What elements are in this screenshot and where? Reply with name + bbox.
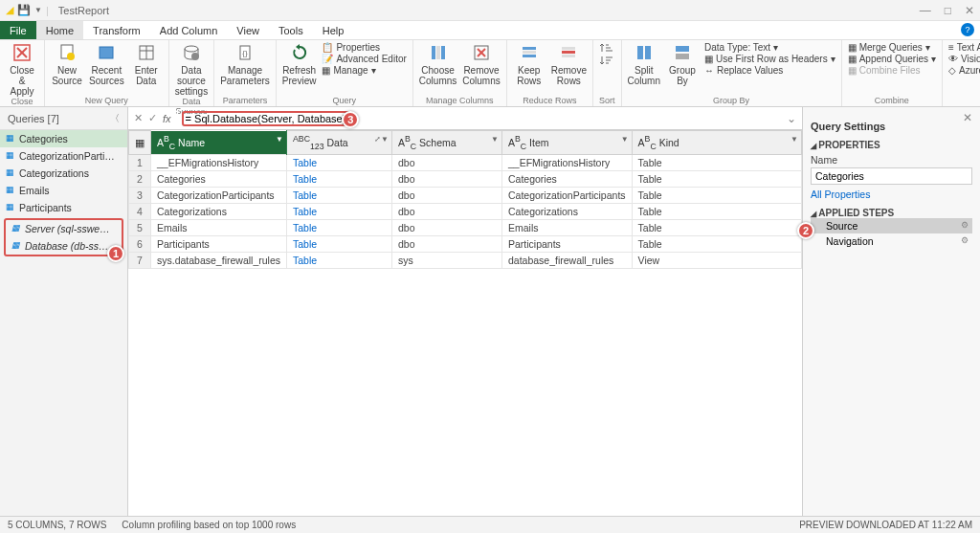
fx-icon[interactable]: fx [163,113,171,124]
accept-formula-icon[interactable]: ✓ [148,112,157,124]
close-settings-icon[interactable]: ✕ [963,111,972,124]
vision-button[interactable]: 👁 Vision [948,54,980,64]
gear-icon[interactable]: ⚙ [961,220,969,230]
col-schema[interactable]: ABC Schema▼ [391,131,501,155]
query-item-categorizations[interactable]: Categorizations [0,165,127,182]
sort-asc-button[interactable] [599,42,612,54]
menu-file[interactable]: File [0,21,36,39]
ribbon: Close & Apply Close New Source Recent So… [0,40,980,107]
help-icon[interactable]: ? [961,23,974,36]
table-row[interactable]: 4CategorizationsTabledboCategorizationsT… [129,203,802,219]
combine-files-button[interactable]: ▦ Combine Files [848,65,936,76]
col-kind[interactable]: ABC Kind▼ [632,131,801,155]
data-grid: ▦ ABC Name▼ ABC123 Data⤢▼ ABC Schema▼ AB… [128,130,802,269]
param-server[interactable]: Server (sql-ssweagleeye-... [6,220,122,237]
app-icon: ◢ [6,4,13,16]
svg-rect-14 [432,46,435,59]
titlebar: ◢ 💾 ▼ | TestReport — □ ✕ [0,0,980,21]
first-row-headers-button[interactable]: ▦ Use First Row as Headers ▾ [704,54,835,64]
step-source[interactable]: Source⚙ [811,218,972,233]
applied-steps-section: APPLIED STEPS [811,208,972,218]
svg-rect-5 [100,47,113,58]
split-column-button[interactable]: Split Column [628,42,660,86]
svg-point-10 [191,53,199,60]
query-settings-pane: ✕ Query Settings PROPERTIES Name All Pro… [802,107,980,516]
table-row[interactable]: 1__EFMigrationsHistoryTabledbo__EFMigrat… [129,154,802,170]
col-data[interactable]: ABC123 Data⤢▼ [286,131,391,155]
callout-badge-2: 2 [797,222,814,239]
maximize-button[interactable]: □ [945,4,951,17]
append-queries-button[interactable]: ▦ Append Queries ▾ [848,54,936,64]
data-type-button[interactable]: Data Type: Text ▾ [704,42,835,53]
svg-point-4 [67,53,75,60]
svg-rect-21 [523,51,536,54]
query-item-emails[interactable]: Emails [0,182,127,199]
replace-values-button[interactable]: ↔ Replace Values [704,65,835,76]
col-name[interactable]: ABC Name▼ [151,131,287,155]
new-source-button[interactable]: New Source [51,42,83,86]
gear-icon[interactable]: ⚙ [961,235,969,245]
query-item-categories[interactable]: Categories [0,130,127,147]
sort-desc-button[interactable] [599,55,612,66]
data-source-settings-button[interactable]: Data source settings [175,42,208,97]
all-properties-link[interactable]: All Properties [811,189,972,200]
keep-rows-button[interactable]: Keep Rows [513,42,546,86]
manage-button[interactable]: ▦ Manage ▾ [322,65,406,76]
svg-rect-16 [441,46,445,59]
close-apply-button[interactable]: Close & Apply [6,42,38,97]
group-by-button[interactable]: Group By [666,42,699,86]
window-title: TestReport [58,5,109,16]
svg-text:{}: {} [242,49,248,57]
close-window-button[interactable]: ✕ [965,4,974,17]
svg-rect-25 [562,55,575,57]
collapse-sidebar-icon[interactable]: 〈 [110,112,120,125]
enter-data-button[interactable]: Enter Data [130,42,163,86]
manage-parameters-button[interactable]: {}Manage Parameters [220,42,270,86]
formula-input[interactable]: = Sql.Database(Server, Database) 3 [177,109,781,128]
minimize-button[interactable]: — [920,4,931,17]
query-item-cat-participants[interactable]: CategorizationParticipants [0,147,127,165]
save-icon[interactable]: 💾 [17,4,31,16]
query-name-input[interactable] [811,167,972,185]
param-database[interactable]: Database (db-ssweagleey... [6,237,122,255]
dropdown-icon[interactable]: ▼ [34,6,42,14]
formula-bar: ✕ ✓ fx = Sql.Database(Server, Database) … [128,107,802,130]
svg-rect-33 [645,46,651,59]
table-row[interactable]: 3CategorizationParticipantsTabledboCateg… [129,187,802,203]
azure-ml-button[interactable]: ◇ Azure Machine Learning [948,65,980,76]
query-item-participants[interactable]: Participants [0,199,127,216]
cancel-formula-icon[interactable]: ✕ [134,112,143,124]
settings-title: Query Settings [811,121,972,132]
choose-columns-button[interactable]: Choose Columns [419,42,457,86]
table-row[interactable]: 2CategoriesTabledboCategoriesTable [129,170,802,187]
menu-tools[interactable]: Tools [269,21,313,39]
advanced-editor-button[interactable]: 📝 Advanced Editor [322,54,406,64]
menu-transform[interactable]: Transform [83,21,150,39]
remove-columns-button[interactable]: Remove Columns [462,42,500,86]
svg-rect-20 [523,47,536,50]
table-row[interactable]: 7sys.database_firewall_rulesTablesysdata… [129,252,802,268]
refresh-preview-button[interactable]: Refresh Preview [282,42,317,86]
name-label: Name [811,154,972,166]
menu-help[interactable]: Help [313,21,354,39]
menu-add-column[interactable]: Add Column [150,21,228,39]
table-row[interactable]: 6ParticipantsTabledboParticipantsTable [129,235,802,252]
table-corner[interactable]: ▦ [129,131,151,155]
properties-section: PROPERTIES [811,140,972,150]
properties-button[interactable]: 📋 Properties [322,42,406,53]
step-navigation[interactable]: Navigation⚙ [811,233,972,249]
text-analytics-button[interactable]: ≡ Text Analytics [948,42,980,53]
merge-queries-button[interactable]: ▦ Merge Queries ▾ [848,42,936,53]
col-item[interactable]: ABC Item▼ [501,131,632,155]
queries-header: Queries [7] [8,113,59,124]
svg-rect-35 [676,54,689,59]
svg-marker-13 [296,44,300,50]
svg-rect-34 [676,46,689,52]
menu-home[interactable]: Home [36,21,83,39]
remove-rows-button[interactable]: Remove Rows [551,42,587,86]
menu-view[interactable]: View [227,21,269,39]
table-row[interactable]: 5EmailsTabledboEmailsTable [129,219,802,235]
formula-expand-icon[interactable]: ⌄ [787,112,796,125]
status-bar: 5 COLUMNS, 7 ROWS Column profiling based… [0,516,980,533]
recent-sources-button[interactable]: Recent Sources [89,42,124,86]
